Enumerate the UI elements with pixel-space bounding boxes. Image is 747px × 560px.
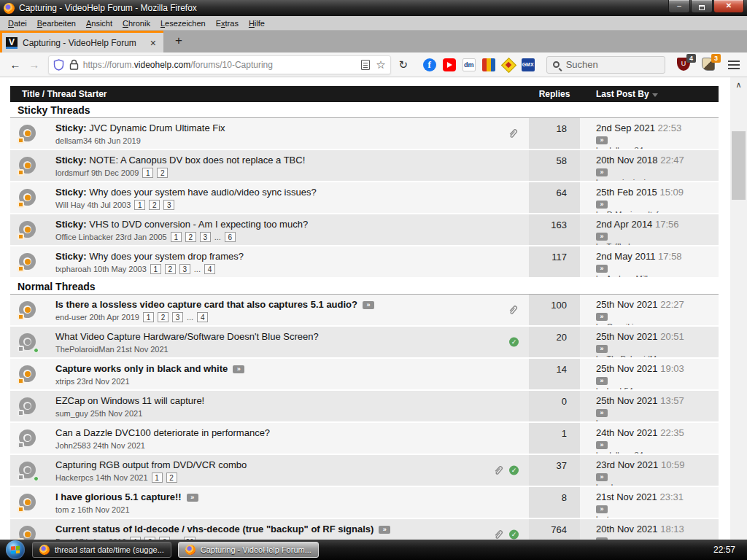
search-field[interactable]: Suchen	[546, 56, 665, 74]
goto-last-post-icon[interactable]: »	[596, 168, 608, 176]
dm-bookmark-icon[interactable]: dm	[462, 58, 476, 71]
lock-icon[interactable]	[69, 59, 79, 70]
goto-last-post-icon[interactable]: »	[596, 136, 608, 144]
page-number-button[interactable]: 2	[165, 264, 176, 274]
youtube-bookmark-icon[interactable]	[443, 58, 456, 71]
thread-starter[interactable]: end-user	[55, 312, 87, 322]
goto-last-post-icon[interactable]: »	[596, 409, 608, 417]
goto-first-unread-icon[interactable]: »	[233, 365, 244, 373]
page-number-button[interactable]: 1	[142, 168, 153, 178]
page-number-button[interactable]: 2	[149, 200, 160, 210]
thread-title-link[interactable]: What Video Capture Hardware/Software Doe…	[55, 331, 319, 342]
forward-button[interactable]: →	[25, 58, 44, 71]
thread-title-link[interactable]: JVC Dynamic Drum Ultimate Fix	[89, 122, 225, 133]
goto-first-unread-icon[interactable]: »	[363, 301, 374, 309]
scrollbar-thumb[interactable]	[732, 131, 746, 200]
goto-last-post-icon[interactable]: »	[596, 345, 608, 353]
tab-close-icon[interactable]: ×	[147, 37, 159, 49]
page-number-button[interactable]: 6	[225, 232, 236, 242]
goto-last-post-icon[interactable]: »	[596, 233, 608, 241]
menu-extras[interactable]: Extras	[211, 18, 244, 29]
thread-title-link[interactable]: EZCap on Windows 11 will capture!	[55, 395, 204, 406]
close-button[interactable]: ✕	[713, 0, 744, 13]
column-last-post-by[interactable]: Last Post By	[580, 89, 719, 99]
reader-view-icon[interactable]	[361, 60, 370, 70]
goto-first-unread-icon[interactable]: »	[379, 526, 390, 534]
goto-last-post-icon[interactable]: »	[596, 201, 608, 209]
thread-title-link[interactable]: Capturing RGB output from DVD/VCR combo	[55, 459, 247, 470]
thread-title-link[interactable]: Current status of ld-decode / vhs-decode…	[55, 524, 374, 534]
thread-starter[interactable]: Will Hay	[55, 200, 85, 210]
page-number-button[interactable]: 2	[166, 472, 177, 483]
page-number-button[interactable]: 1	[134, 200, 145, 210]
page-number-button[interactable]: 2	[157, 168, 168, 178]
reload-button[interactable]: ↻	[394, 58, 413, 71]
menu-hilfe[interactable]: Hilfe	[244, 18, 270, 29]
diamond-bookmark-icon[interactable]	[502, 58, 515, 71]
menu-bearbeiten[interactable]: Bearbeiten	[32, 18, 81, 29]
thread-starter[interactable]: Hackerpcs	[55, 472, 93, 483]
minimize-button[interactable]: –	[668, 0, 690, 13]
thread-starter[interactable]: John2583	[55, 440, 90, 451]
new-tab-button[interactable]: +	[168, 31, 190, 52]
page-number-button[interactable]: 4	[197, 312, 208, 322]
stripes-bookmark-icon[interactable]	[482, 58, 495, 71]
facebook-bookmark-icon[interactable]: f	[423, 58, 436, 71]
page-number-button[interactable]: 4	[204, 264, 215, 274]
url-text[interactable]: https://forum.videohelp.com/forums/10-Ca…	[83, 60, 362, 70]
url-bar[interactable]: https://forum.videohelp.com/forums/10-Ca…	[48, 55, 391, 74]
thread-starter[interactable]: xtrips	[55, 376, 74, 386]
tab-capturing[interactable]: V Capturing - VideoHelp Forum ×	[0, 31, 163, 52]
bookmark-star-icon[interactable]: ☆	[376, 58, 385, 71]
thread-title-link[interactable]: Capture works only in black and white	[55, 363, 228, 374]
scroll-up-arrow[interactable]: ∧	[730, 77, 747, 90]
menu-datei[interactable]: Datei	[3, 18, 32, 29]
thread-starter[interactable]: tom z	[55, 505, 75, 515]
goto-last-post-icon[interactable]: »	[596, 473, 608, 481]
thread-title-link[interactable]: Why does your system have audio/video sy…	[89, 187, 316, 198]
taskbar-button[interactable]: thread start date/time (sugge...	[32, 542, 171, 558]
column-replies[interactable]: Replies	[529, 89, 580, 99]
thread-title-link[interactable]: Is there a lossless video capture card t…	[55, 299, 357, 310]
start-button[interactable]	[6, 540, 25, 559]
taskbar-button[interactable]: Capturing - VideoHelp Forum...	[178, 542, 319, 558]
menu-ansicht[interactable]: Ansicht	[81, 18, 117, 29]
thread-starter[interactable]: sum_guy	[55, 408, 88, 419]
goto-first-unread-icon[interactable]: »	[187, 494, 198, 502]
thread-starter[interactable]: ThePolaroidMan	[55, 344, 115, 354]
page-number-button[interactable]: 3	[172, 312, 183, 322]
goto-last-post-icon[interactable]: »	[596, 377, 608, 385]
tracking-shield-icon[interactable]	[53, 59, 64, 71]
goto-last-post-icon[interactable]: »	[596, 441, 608, 449]
page-number-button[interactable]: 1	[143, 312, 154, 322]
thread-title-link[interactable]: NOTE: A Canopus DV box does not replace …	[89, 155, 305, 166]
restore-button[interactable]	[691, 0, 713, 13]
page-number-button[interactable]: 3	[200, 232, 211, 242]
column-title-thread-starter[interactable]: Title / Thread Starter	[10, 89, 529, 99]
thread-title-link[interactable]: I have glorious 5.1 capture!!	[55, 491, 182, 502]
goto-last-post-icon[interactable]: »	[596, 313, 608, 321]
page-number-button[interactable]: 3	[179, 264, 190, 274]
thread-starter[interactable]: lordsmurf	[55, 168, 89, 178]
thread-starter[interactable]: dellsam34	[55, 136, 92, 146]
menu-lesezeichen[interactable]: Lesezeichen	[155, 18, 211, 29]
extension-button[interactable]: 3	[702, 58, 716, 72]
thread-title-link[interactable]: Why does your system drop frames?	[89, 251, 244, 262]
gmx-bookmark-icon[interactable]: GMX	[522, 58, 535, 71]
thread-starter[interactable]: Office Linbacker	[55, 232, 113, 242]
page-number-button[interactable]: 1	[150, 264, 161, 274]
page-number-button[interactable]: 3	[163, 200, 174, 210]
thread-title-link[interactable]: Can a Dazzle DVC100 deteriorate in perfo…	[55, 427, 270, 438]
page-number-button[interactable]: 1	[171, 232, 182, 242]
goto-last-post-icon[interactable]: »	[596, 505, 608, 513]
thread-starter[interactable]: txpharoah	[55, 264, 91, 274]
page-number-button[interactable]: 2	[185, 232, 196, 242]
goto-last-post-icon[interactable]: »	[596, 265, 608, 273]
back-button[interactable]: ←	[6, 58, 25, 71]
menu-hamburger-icon[interactable]	[728, 61, 740, 69]
ublock-extension-button[interactable]: U 4	[677, 58, 692, 72]
thread-title-link[interactable]: VHS to DVD conversion - Am I expecting t…	[89, 219, 308, 230]
vertical-scrollbar[interactable]: ∧	[730, 77, 747, 540]
page-number-button[interactable]: 2	[158, 312, 169, 322]
menu-chronik[interactable]: Chronik	[117, 18, 155, 29]
